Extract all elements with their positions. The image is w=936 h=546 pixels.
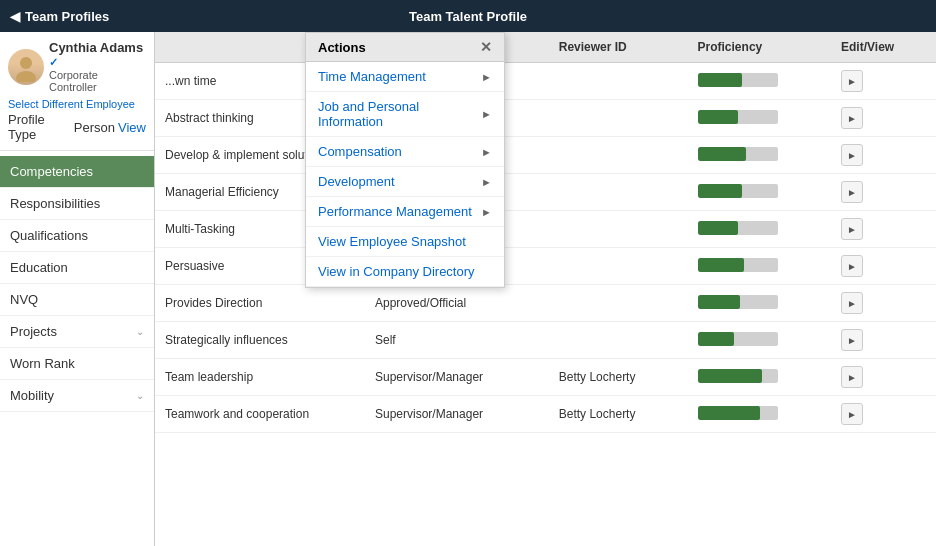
sidebar-item-worn-rank[interactable]: Worn Rank [0,348,154,380]
cell-name: Teamwork and cooperation [155,396,365,433]
actions-dropdown: Actions ✕ Time Management►Job and Person… [305,32,505,288]
actions-item-label: View in Company Directory [318,264,475,279]
edit-button[interactable]: ► [841,292,863,314]
cell-edit: ► [831,359,936,396]
table-row: ...wn time Approved/Official ► [155,63,936,100]
proficiency-fill [698,369,762,383]
select-different-employee-link[interactable]: Select Different Employee [8,98,146,110]
actions-item-compensation[interactable]: Compensation► [306,137,504,167]
table-body: ...wn time Approved/Official ► Abstract … [155,63,936,433]
edit-button[interactable]: ► [841,366,863,388]
cell-proficiency [688,322,831,359]
edit-button[interactable]: ► [841,403,863,425]
chevron-icon: ⌄ [136,390,144,401]
edit-button[interactable]: ► [841,255,863,277]
page-title: Team Talent Profile [409,9,527,24]
actions-item-label: View Employee Snapshot [318,234,466,249]
col-reviewer: Reviewer ID [549,32,688,63]
sidebar-item-mobility[interactable]: Mobility⌄ [0,380,154,412]
col-proficiency: Proficiency [688,32,831,63]
employee-info: Cynthia Adams ✓ Corporate Controller Sel… [0,32,154,151]
proficiency-fill [698,221,738,235]
arrow-icon: ► [481,71,492,83]
sidebar-item-education[interactable]: Education [0,252,154,284]
cell-name: Team leadership [155,359,365,396]
actions-item-performance-management[interactable]: Performance Management► [306,197,504,227]
profile-type-value: Person [74,120,115,135]
actions-item-time-management[interactable]: Time Management► [306,62,504,92]
cell-eval-type: Self [365,322,549,359]
proficiency-fill [698,332,734,346]
actions-item-view-employee-snapshot[interactable]: View Employee Snapshot [306,227,504,257]
proficiency-bar [698,184,778,198]
back-label: Team Profiles [25,9,109,24]
arrow-icon: ► [481,146,492,158]
actions-items-container: Time Management►Job and Personal Informa… [306,62,504,287]
sidebar-item-projects[interactable]: Projects⌄ [0,316,154,348]
actions-close-button[interactable]: ✕ [480,39,492,55]
actions-item-label: Performance Management [318,204,472,219]
competencies-table: Evaluation Type Reviewer ID Proficiency … [155,32,936,433]
cell-proficiency [688,137,831,174]
avatar [8,49,44,85]
sidebar-item-label: Mobility [10,388,54,403]
sidebar-nav: CompetenciesResponsibilitiesQualificatio… [0,156,154,412]
sidebar-item-qualifications[interactable]: Qualifications [0,220,154,252]
cell-edit: ► [831,137,936,174]
back-button[interactable]: ◀ Team Profiles [10,9,109,24]
proficiency-bar [698,369,778,383]
sidebar-item-label: Responsibilities [10,196,100,211]
edit-button[interactable]: ► [841,329,863,351]
actions-item-development[interactable]: Development► [306,167,504,197]
edit-button[interactable]: ► [841,107,863,129]
cell-proficiency [688,285,831,322]
cell-name: Strategically influences [155,322,365,359]
proficiency-bar [698,73,778,87]
cell-reviewer [549,248,688,285]
table-row: Team leadership Supervisor/Manager Betty… [155,359,936,396]
cell-proficiency [688,100,831,137]
cell-eval-type: Supervisor/Manager [365,359,549,396]
sidebar-item-competencies[interactable]: Competencies [0,156,154,188]
sidebar-item-label: Qualifications [10,228,88,243]
cell-edit: ► [831,174,936,211]
main-content: Actions ✕ Time Management►Job and Person… [155,32,936,546]
actions-item-view-in-company-directory[interactable]: View in Company Directory [306,257,504,287]
proficiency-bar [698,258,778,272]
cell-proficiency [688,396,831,433]
cell-edit: ► [831,322,936,359]
employee-name-block: Cynthia Adams ✓ Corporate Controller [49,40,144,93]
cell-edit: ► [831,211,936,248]
svg-point-0 [20,57,32,69]
cell-edit: ► [831,396,936,433]
sidebar-item-nvq[interactable]: NVQ [0,284,154,316]
proficiency-fill [698,73,742,87]
proficiency-bar [698,406,778,420]
edit-button[interactable]: ► [841,181,863,203]
view-link[interactable]: View [118,120,146,135]
edit-button[interactable]: ► [841,70,863,92]
edit-button[interactable]: ► [841,218,863,240]
actions-item-job-and-personal-information[interactable]: Job and Personal Information► [306,92,504,137]
table-row: Teamwork and cooperation Supervisor/Mana… [155,396,936,433]
proficiency-bar [698,221,778,235]
actions-item-label: Compensation [318,144,402,159]
chevron-icon: ⌄ [136,326,144,337]
employee-name: Cynthia Adams ✓ [49,40,144,69]
cell-eval-type: Supervisor/Manager [365,396,549,433]
table-row: Managerial Efficiency Approved/Official … [155,174,936,211]
sidebar-item-label: Competencies [10,164,93,179]
col-edit: Edit/View [831,32,936,63]
proficiency-fill [698,110,738,124]
actions-title: Actions [318,40,366,55]
cell-reviewer [549,100,688,137]
page-header: ◀ Team Profiles Team Talent Profile [0,0,936,32]
actions-item-label: Time Management [318,69,426,84]
cell-proficiency [688,359,831,396]
sidebar-item-label: Education [10,260,68,275]
cell-reviewer [549,211,688,248]
table-row: Provides Direction Approved/Official ► [155,285,936,322]
proficiency-fill [698,295,740,309]
sidebar-item-responsibilities[interactable]: Responsibilities [0,188,154,220]
edit-button[interactable]: ► [841,144,863,166]
